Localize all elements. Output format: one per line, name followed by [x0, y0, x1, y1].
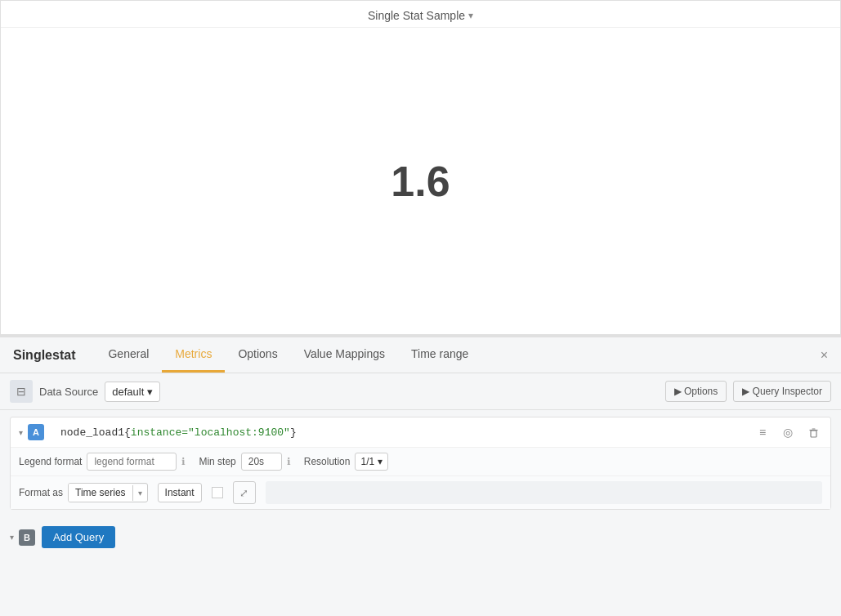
query-inspector-button[interactable]: ▶ Query Inspector	[733, 381, 831, 402]
format-as-label: Format as	[19, 487, 63, 498]
preview-panel: Single Stat Sample ▾ 1.6	[0, 0, 841, 335]
min-step-label: Min step	[199, 456, 235, 467]
preview-stat-value: 1.6	[391, 157, 450, 206]
query-a-expression[interactable]: node_load1{instance="localhost:9100"}	[52, 420, 745, 445]
datasource-select[interactable]: default ▾	[105, 382, 160, 402]
query-a-trash-button[interactable]	[801, 420, 825, 444]
legend-format-info: ℹ	[181, 456, 186, 467]
resolution-value: 1/1	[360, 456, 374, 467]
query-a-collapse-arrow[interactable]: ▾	[19, 428, 23, 437]
query-b-collapse-arrow[interactable]: ▾	[10, 533, 14, 542]
query-a-hamburger-button[interactable]: ≡	[750, 420, 775, 444]
legend-format-input[interactable]	[87, 453, 177, 471]
editor-close-button[interactable]: ×	[807, 338, 828, 373]
preview-value-area: 1.6	[391, 28, 450, 334]
panel-type-label: Singlestat	[13, 338, 88, 373]
preview-title-bar: Single Stat Sample ▾	[1, 1, 840, 28]
tab-header: Singlestat General Metrics Options Value…	[0, 337, 841, 373]
format-as-select-wrapper[interactable]: Time series ▾	[68, 483, 148, 502]
query-a-extra-space	[266, 481, 822, 504]
query-b-letter: B	[19, 529, 35, 546]
query-a-letter: A	[28, 424, 44, 440]
toolbar-row: ⊟ Data Source default ▾ ▶ Options ▶ Quer…	[0, 373, 841, 410]
add-query-button[interactable]: Add Query	[42, 526, 115, 548]
datasource-value: default	[112, 386, 144, 398]
legend-format-label: Legend format	[19, 456, 82, 467]
resolution-label: Resolution	[304, 456, 351, 467]
trash-icon	[808, 427, 819, 438]
query-row-a: ▾ A node_load1{instance="localhost:9100"…	[10, 417, 831, 510]
preview-title: Single Stat Sample	[368, 9, 465, 22]
datasource-arrow-icon: ▾	[147, 386, 153, 398]
legend-format-group: Legend format ℹ	[19, 453, 186, 471]
query-a-badge: ▾ A	[11, 417, 52, 447]
tab-options[interactable]: Options	[225, 337, 290, 373]
editor-section: Singlestat General Metrics Options Value…	[0, 335, 841, 555]
instant-checkbox[interactable]	[212, 487, 223, 498]
min-step-group: Min step ℹ	[199, 453, 290, 471]
query-a-actions: ≡ ◎	[745, 420, 830, 444]
query-row-a-top: ▾ A node_load1{instance="localhost:9100"…	[11, 417, 830, 447]
min-step-info: ℹ	[287, 456, 291, 467]
svg-rect-0	[811, 431, 816, 437]
expression-green-part: instance="localhost:9100"	[131, 426, 290, 439]
instant-button[interactable]: Instant	[158, 483, 202, 502]
min-step-input[interactable]	[241, 453, 282, 471]
format-as-arrow-icon[interactable]: ▾	[132, 485, 147, 501]
query-a-options-row: Legend format ℹ Min step ℹ Resolution 1/…	[11, 447, 830, 475]
instant-checkbox-area	[212, 487, 223, 498]
datasource-icon-symbol: ⊟	[16, 385, 26, 398]
resolution-group: Resolution 1/1 ▾	[304, 453, 388, 471]
add-query-row: ▾ B Add Query	[0, 520, 841, 555]
resolution-arrow-icon: ▾	[378, 456, 382, 467]
preview-dropdown-icon[interactable]: ▾	[468, 10, 473, 21]
datasource-label: Data Source	[39, 386, 98, 398]
query-a-eye-button[interactable]: ◎	[776, 420, 800, 444]
format-as-group: Format as Time series ▾	[19, 483, 148, 502]
query-a-format-row: Format as Time series ▾ Instant ⤢	[11, 475, 830, 509]
options-button[interactable]: ▶ Options	[665, 381, 727, 402]
resolution-select[interactable]: 1/1 ▾	[355, 453, 388, 471]
query-b-collapse: ▾ B	[10, 529, 35, 546]
tab-value-mappings[interactable]: Value Mappings	[291, 337, 398, 373]
expression-plain-start: node_load1{	[60, 426, 131, 439]
external-link-button[interactable]: ⤢	[233, 481, 256, 504]
format-as-value: Time series	[69, 484, 132, 502]
tab-general[interactable]: General	[95, 337, 162, 373]
tab-time-range[interactable]: Time range	[398, 337, 481, 373]
query-area: ▾ A node_load1{instance="localhost:9100"…	[0, 410, 841, 520]
datasource-icon: ⊟	[10, 380, 33, 403]
expression-plain-end: }	[290, 426, 297, 439]
tab-metrics[interactable]: Metrics	[162, 337, 225, 373]
